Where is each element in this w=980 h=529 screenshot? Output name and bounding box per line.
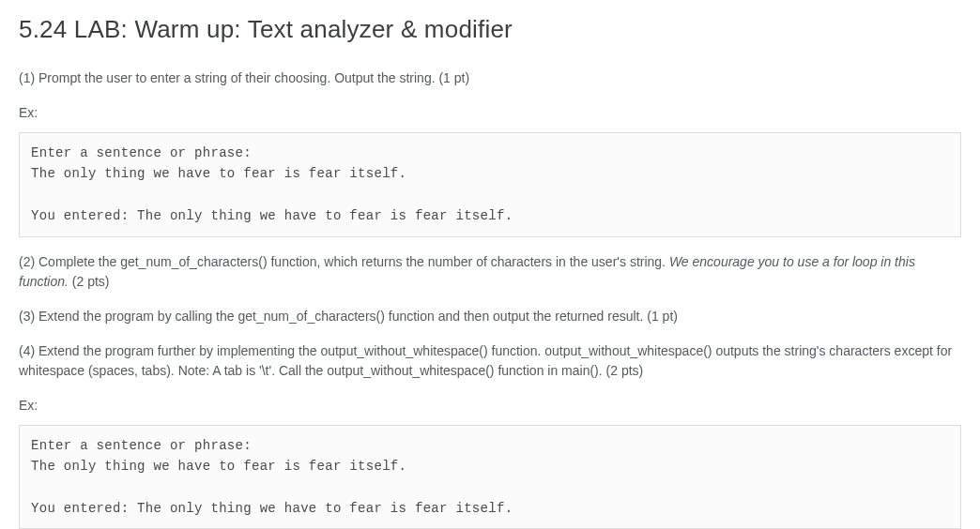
step-2-part-a: (2) Complete the get_num_of_characters()… bbox=[19, 254, 669, 269]
example-output-1: Enter a sentence or phrase: The only thi… bbox=[19, 132, 961, 237]
example-label-2: Ex: bbox=[19, 396, 961, 416]
example-output-2: Enter a sentence or phrase: The only thi… bbox=[19, 425, 961, 529]
step-4-text: (4) Extend the program further by implem… bbox=[19, 341, 961, 381]
lab-title: 5.24 LAB: Warm up: Text analyzer & modif… bbox=[19, 11, 961, 48]
step-2-text: (2) Complete the get_num_of_characters()… bbox=[19, 252, 961, 292]
step-2-part-b: (2 pts) bbox=[69, 274, 110, 289]
step-3-text: (3) Extend the program by calling the ge… bbox=[19, 307, 961, 326]
step-1-text: (1) Prompt the user to enter a string of… bbox=[19, 68, 961, 88]
example-label-1: Ex: bbox=[19, 103, 961, 123]
